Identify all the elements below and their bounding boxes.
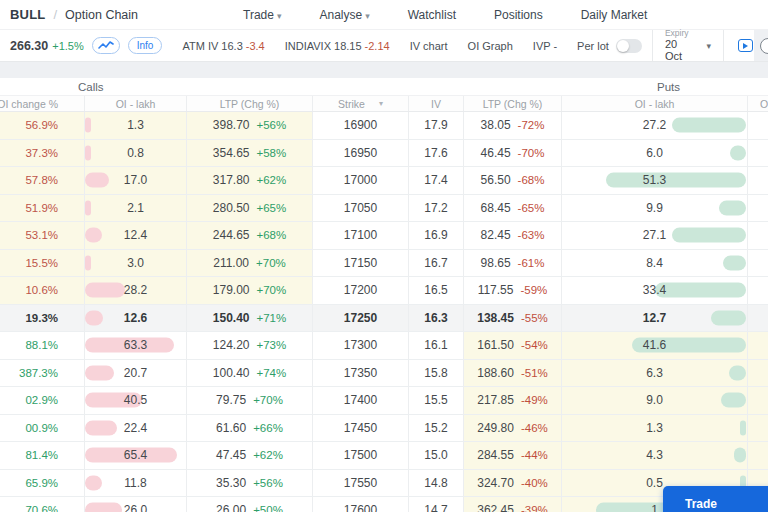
call-ltp-cell: 35.30+56% (187, 470, 313, 497)
table-row[interactable]: 37.3%0.8354.65+58%1695017.646.45-70%6.0 (0, 140, 768, 168)
strike-cell: 17000 (313, 167, 409, 194)
strike-cell: 17200 (313, 277, 409, 304)
price-chart-button[interactable] (92, 37, 120, 54)
header-put-oi[interactable]: OI - lakh (562, 96, 748, 111)
call-oi-bar (85, 255, 91, 270)
call-oi-change-cell: 15.5% (0, 250, 85, 277)
header-put-ltp[interactable]: LTP (Chg %) (464, 96, 562, 111)
option-chain-screen: BULL / Option Chain Trade▾ Analyse▾ Watc… (0, 0, 768, 512)
call-oi-bar (85, 310, 103, 325)
call-ltp-cell: 280.50+65% (187, 195, 313, 222)
strike-cell: 17100 (313, 222, 409, 249)
put-ltp-cell: 188.60-51% (464, 360, 562, 387)
table-row[interactable]: 51.9%2.1280.50+65%1705017.268.45-65%9.9 (0, 195, 768, 223)
call-oi-change-cell: 00.9% (0, 415, 85, 442)
call-oi-bar (85, 365, 114, 380)
call-oi-bar (85, 228, 102, 243)
header-strike[interactable]: Strike▾ (313, 96, 409, 111)
call-oi-cell: 12.6 (85, 305, 187, 332)
put-oi-cell: 27.2 (562, 112, 748, 139)
column-header-row: OI change % OI - lakh LTP (Chg %) Strike… (0, 96, 768, 112)
iv-cell: 16.3 (409, 305, 464, 332)
call-ltp-cell: 26.00+50% (187, 497, 313, 512)
sort-caret-icon: ▾ (379, 99, 383, 108)
header-call-ltp[interactable]: LTP (Chg %) (187, 96, 313, 111)
header-call-oi-change[interactable]: OI change % (0, 96, 85, 111)
table-row[interactable]: 00.9%22.461.60+66%1745015.2249.80-46%1.3 (0, 415, 768, 443)
call-ltp-cell: 317.80+62% (187, 167, 313, 194)
call-oi-change-cell: 51.9% (0, 195, 85, 222)
strike-cell: 17350 (313, 360, 409, 387)
put-ltp-cell: 362.45-39% (464, 497, 562, 512)
put-ltp-cell: 38.05-72% (464, 112, 562, 139)
toolbar: 266.30 +1.5% Info ATM IV 16.3-3.4 INDIAV… (0, 30, 768, 62)
put-ltp-cell: 98.65-61% (464, 250, 562, 277)
nav-item-positions[interactable]: Positions (494, 8, 543, 22)
call-oi-change-cell: 88.1% (0, 332, 85, 359)
per-lot-toggle[interactable] (616, 39, 642, 53)
puts-section-label: Puts (657, 81, 680, 93)
put-oi-cell: 33.4 (562, 277, 748, 304)
nav-item-analyse[interactable]: Analyse▾ (320, 8, 370, 22)
iv-cell: 15.0 (409, 442, 464, 469)
brand-logo-partial[interactable]: BULL (10, 7, 45, 22)
put-oi-change-cell (748, 332, 768, 359)
call-oi-bar (85, 283, 125, 298)
put-oi-cell: 51.3 (562, 167, 748, 194)
header-put-oi-change[interactable]: OI change % (748, 96, 768, 111)
ivp-link[interactable]: IVP - (533, 40, 557, 52)
underlying-price-change: +1.5% (52, 40, 84, 52)
put-oi-cell: 4.3 (562, 442, 748, 469)
call-oi-cell: 17.0 (85, 167, 187, 194)
table-row[interactable]: 53.1%12.4244.65+68%1710016.982.45-63%27.… (0, 222, 768, 250)
table-row[interactable]: 65.9%11.835.30+56%1755014.8324.70-40%0.5 (0, 470, 768, 498)
call-ltp-cell: 211.00+70% (187, 250, 313, 277)
iv-cell: 17.9 (409, 112, 464, 139)
call-ltp-cell: 79.75+70% (187, 387, 313, 414)
call-ltp-cell: 61.60+66% (187, 415, 313, 442)
table-row[interactable]: 81.4%65.447.45+62%1750015.0284.55-44%4.3 (0, 442, 768, 470)
nav-item-daily-market[interactable]: Daily Market (581, 8, 648, 22)
call-oi-bar (85, 173, 109, 188)
call-oi-change-cell: 65.9% (0, 470, 85, 497)
put-oi-cell: 12.7 (562, 305, 748, 332)
put-ltp-cell: 56.50-68% (464, 167, 562, 194)
table-row[interactable]: 56.9%1.3398.70+56%1690017.938.05-72%27.2 (0, 112, 768, 140)
put-oi-cell: 6.0 (562, 140, 748, 167)
call-ltp-cell: 179.00+70% (187, 277, 313, 304)
table-row[interactable]: 19.3%12.6150.40+71%1725016.3138.45-55%12… (0, 305, 768, 333)
header-call-oi[interactable]: OI - lakh (85, 96, 187, 111)
atm-iv-change: -3.4 (246, 40, 265, 52)
put-ltp-cell: 217.85-49% (464, 387, 562, 414)
nav-item-watchlist[interactable]: Watchlist (408, 8, 456, 22)
iv-chart-link[interactable]: IV chart (410, 40, 448, 52)
table-row[interactable]: 70.6%26.026.00+50%1760014.7362.45-39%1 (0, 497, 768, 512)
put-oi-bar (655, 283, 746, 298)
put-oi-cell: 27.1 (562, 222, 748, 249)
strike-cell: 16900 (313, 112, 409, 139)
header-iv[interactable]: IV (409, 96, 464, 111)
table-row[interactable]: 10.6%28.2179.00+70%1720016.5117.55-59%33… (0, 277, 768, 305)
table-row[interactable]: 15.5%3.0211.00+70%1715016.798.65-61%8.4 (0, 250, 768, 278)
expiry-label: Expiry (665, 29, 689, 38)
table-row[interactable]: 02.9%40.579.75+70%1740015.5217.85-49%9.0 (0, 387, 768, 415)
put-ltp-cell: 117.55-59% (464, 277, 562, 304)
call-oi-cell: 40.5 (85, 387, 187, 414)
expiry-select[interactable]: Expiry 20 Oct ▾ (652, 30, 724, 61)
clipped-round-icon[interactable] (760, 38, 768, 54)
table-row[interactable]: 88.1%63.3124.20+73%1730016.1161.50-54%41… (0, 332, 768, 360)
call-oi-bar (85, 420, 117, 435)
put-oi-change-cell (748, 250, 768, 277)
iv-cell: 15.5 (409, 387, 464, 414)
iv-cell: 15.8 (409, 360, 464, 387)
iv-cell: 16.9 (409, 222, 464, 249)
info-button[interactable]: Info (128, 37, 163, 54)
nav-item-trade[interactable]: Trade▾ (243, 8, 281, 22)
floating-trade-button[interactable]: Trade (663, 486, 768, 512)
put-oi-bar (730, 145, 746, 160)
nav-menu: Trade▾ Analyse▾ Watchlist Positions Dail… (243, 8, 647, 22)
indiavix-stat: INDIAVIX 18.15-2.14 (275, 30, 400, 61)
oi-graph-link[interactable]: OI Graph (468, 40, 513, 52)
table-row[interactable]: 57.8%17.0317.80+62%1700017.456.50-68%51.… (0, 167, 768, 195)
table-row[interactable]: 387.3%20.7100.40+74%1735015.8188.60-51%6… (0, 360, 768, 388)
